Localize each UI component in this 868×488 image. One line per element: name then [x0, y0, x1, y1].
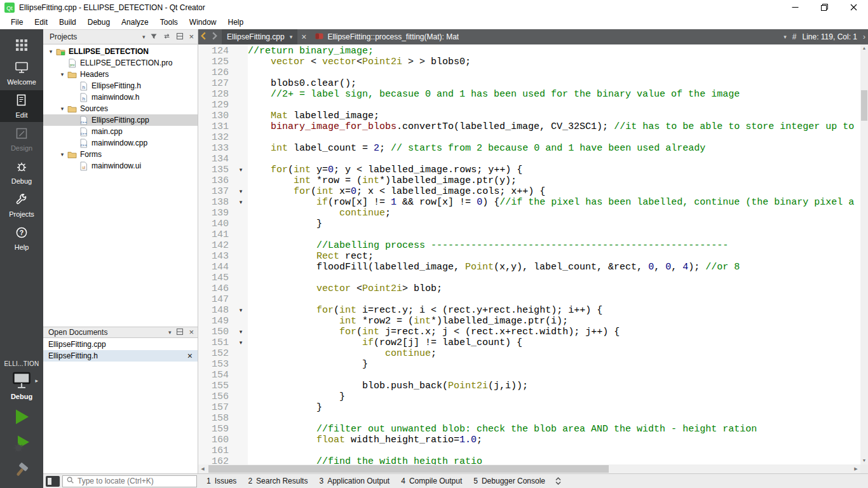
open-document-ellipsefitting.h[interactable]: EllipseFitting.h× [43, 350, 198, 362]
code-line-143[interactable]: 143 Rect rect; [198, 251, 860, 262]
code-line-150[interactable]: 150▾ for(int j=rect.x; j < (rect.x+rect.… [198, 327, 860, 337]
code-line-147[interactable]: 147 [198, 294, 860, 305]
code-line-161[interactable]: 161 [198, 445, 860, 456]
tree-item-ellipse_detection[interactable]: ▾ELLIPSE_DETECTION [43, 46, 198, 57]
mode-projects[interactable]: Projects [0, 189, 43, 221]
code-line-148[interactable]: 148▾ for(int i=rect.y; i < (rect.y+rect.… [198, 305, 860, 316]
code-line-152[interactable]: 152 continue; [198, 348, 860, 359]
build-button[interactable] [9, 459, 34, 484]
fold-marker-icon[interactable]: ▾ [234, 165, 248, 175]
code-line-146[interactable]: 146 vector <Point2i> blob; [198, 283, 860, 294]
code-line-160[interactable]: 160 float width_height_ratio=1.0; [198, 435, 860, 445]
open-document-ellipsefitting.cpp[interactable]: EllipseFitting.cpp [43, 339, 198, 350]
line-number[interactable]: 131 [198, 121, 234, 132]
pane-button-debugger-console[interactable]: 5Debugger Console [468, 474, 551, 488]
pane-button-search-results[interactable]: 2Search Results [242, 474, 313, 488]
run-button[interactable] [9, 405, 34, 431]
tree-item-headers[interactable]: ▾Headers [43, 69, 198, 80]
code-line-145[interactable]: 145 [198, 273, 860, 283]
code-line-156[interactable]: 156 } [198, 391, 860, 402]
code-line-131[interactable]: 131 binary_image_for_blobs.convertTo(lab… [198, 121, 860, 132]
symbol-selector[interactable]: EllipseFitting::process_fitting(Mat): Ma… [315, 32, 459, 41]
line-number[interactable]: 127 [198, 78, 234, 89]
pane-button-application-output[interactable]: 3Application Output [313, 474, 395, 488]
close-icon[interactable]: × [182, 351, 198, 360]
chevron-down-icon[interactable]: ▾ [290, 34, 293, 40]
code-line-155[interactable]: 155 blob.push_back(Point2i(j,i)); [198, 381, 860, 391]
line-number[interactable]: 155 [198, 381, 234, 391]
code-line-153[interactable]: 153 } [198, 359, 860, 370]
tree-item-mainwindow.ui[interactable]: uimainwindow.ui [43, 160, 198, 172]
tree-item-sources[interactable]: ▾Sources [43, 103, 198, 114]
line-number[interactable]: 136 [198, 175, 234, 186]
split-icon[interactable] [176, 32, 184, 42]
line-number[interactable]: 142 [198, 240, 234, 251]
fold-marker-icon[interactable]: ▾ [234, 305, 248, 316]
line-number[interactable]: 147 [198, 294, 234, 305]
scroll-right-icon[interactable]: ▶ [851, 464, 860, 473]
code-line-142[interactable]: 142 //Labelling process ----------------… [198, 240, 860, 251]
line-number[interactable]: 146 [198, 283, 234, 294]
chevron-down-icon[interactable]: ▾ [142, 34, 146, 40]
chevron-down-icon[interactable]: ▾ [57, 105, 67, 112]
scroll-down-icon[interactable]: ▼ [860, 457, 868, 464]
code-line-136[interactable]: 136 int *row = (int*)labelled_image.ptr(… [198, 175, 860, 186]
line-number[interactable]: 132 [198, 132, 234, 143]
sync-icon[interactable] [163, 32, 171, 42]
code-line-138[interactable]: 138▾ if(row[x] != 1 && row[x] != 0) {//i… [198, 197, 860, 208]
chevron-down-icon[interactable]: ▾ [57, 151, 67, 158]
chevron-right-icon[interactable]: › [863, 32, 865, 41]
menu-item-build[interactable]: Build [53, 15, 82, 29]
vertical-scrollbar[interactable]: ▲ ▼ [860, 44, 868, 464]
close-panel-icon[interactable]: × [189, 33, 194, 41]
fold-marker-icon[interactable]: ▾ [234, 337, 248, 348]
filter-icon[interactable] [150, 32, 158, 42]
line-number[interactable]: 137 [198, 186, 234, 197]
open-file-tab[interactable]: EllipseFitting.cpp ▾ [222, 29, 297, 44]
chevron-down-icon[interactable]: ▾ [168, 329, 172, 336]
open-documents-combo[interactable]: Open Documents [48, 328, 107, 337]
line-number[interactable]: 135 [198, 165, 234, 175]
fold-marker-icon[interactable]: ▾ [234, 186, 248, 197]
line-number[interactable]: 144 [198, 262, 234, 273]
menu-item-tools[interactable]: Tools [154, 15, 184, 29]
close-document-icon[interactable]: × [297, 32, 310, 41]
pane-toggle-arrows-icon[interactable] [555, 476, 562, 486]
chevron-down-icon[interactable]: ▾ [57, 71, 67, 78]
code-line-132[interactable]: 132 [198, 132, 860, 143]
fold-marker-icon[interactable]: ▾ [234, 327, 248, 337]
back-button[interactable] [198, 29, 209, 44]
forward-button[interactable] [209, 29, 220, 44]
code-line-129[interactable]: 129 [198, 100, 860, 111]
code-line-144[interactable]: 144 floodFill(labelled_image, Point(x,y)… [198, 262, 860, 273]
line-number[interactable]: 159 [198, 424, 234, 435]
code-line-125[interactable]: 125 vector < vector<Point2i > > blobs0; [198, 57, 860, 67]
chevron-down-icon[interactable]: ▾ [46, 48, 56, 55]
chevron-down-icon[interactable]: ▾ [783, 34, 787, 40]
line-number[interactable]: 125 [198, 57, 234, 67]
run-debug-button[interactable] [9, 432, 34, 458]
tree-item-mainwindow.cpp[interactable]: c++mainwindow.cpp [43, 137, 198, 149]
menu-item-edit[interactable]: Edit [29, 15, 53, 29]
mode-edit[interactable]: Edit [0, 90, 43, 122]
fold-marker-icon[interactable]: ▾ [234, 197, 248, 208]
line-number[interactable]: 152 [198, 348, 234, 359]
tree-item-mainwindow.h[interactable]: hmainwindow.h [43, 92, 198, 103]
line-number[interactable]: 151 [198, 337, 234, 348]
line-number[interactable]: 141 [198, 229, 234, 240]
code-line-124[interactable]: 124//return binary_image; [198, 46, 860, 57]
mode-welcome[interactable]: Welcome [0, 57, 43, 89]
code-line-139[interactable]: 139 continue; [198, 208, 860, 219]
scroll-up-icon[interactable]: ▲ [860, 44, 868, 52]
code-line-141[interactable]: 141 [198, 229, 860, 240]
menu-item-window[interactable]: Window [184, 15, 222, 29]
line-number[interactable]: 130 [198, 111, 234, 121]
kit-selector-button[interactable]: ▸ [4, 371, 39, 391]
code-line-151[interactable]: 151▾ if(row2[j] != label_count) { [198, 337, 860, 348]
code-line-149[interactable]: 149 int *row2 = (int*)labelled_image.ptr… [198, 316, 860, 327]
code-line-128[interactable]: 128 //2+ = label sign, becasue 0 and 1 h… [198, 89, 860, 100]
close-button[interactable] [839, 0, 868, 15]
line-number[interactable]: 134 [198, 154, 234, 165]
vertical-scrollbar-thumb[interactable] [861, 90, 867, 121]
code-line-154[interactable]: 154 [198, 370, 860, 381]
